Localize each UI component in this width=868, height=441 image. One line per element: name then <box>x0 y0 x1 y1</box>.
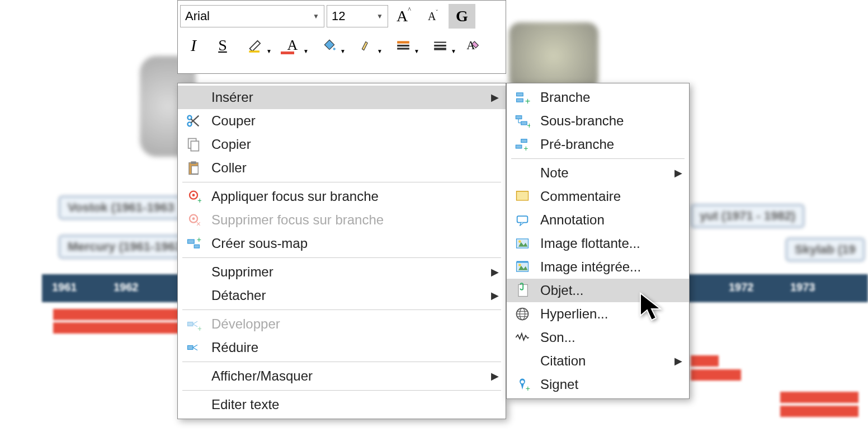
menu-item-label: Coller <box>211 160 499 176</box>
svg-rect-24 <box>188 240 195 243</box>
svg-rect-16 <box>191 161 196 164</box>
svg-rect-14 <box>191 141 199 151</box>
line-style-button[interactable]: ▼ <box>423 33 457 58</box>
context-menu-item-coller[interactable]: Coller <box>178 156 506 180</box>
menu-item-label: Appliquer focus sur branche <box>211 189 499 204</box>
formatting-toolbar: Arial ▼ 12 ▼ A^ Aˇ G I S ▼ A ▼ <box>177 0 506 74</box>
svg-rect-0 <box>249 50 260 53</box>
expand-icon: + <box>182 314 205 334</box>
branch-icon: + <box>511 87 534 107</box>
svg-text:+: + <box>525 96 530 105</box>
underline-button[interactable]: S <box>209 33 236 58</box>
font-size-value: 12 <box>332 9 345 24</box>
menu-item-label: Afficher/Masquer <box>211 368 491 384</box>
font-size-select[interactable]: 12 ▼ <box>327 5 388 27</box>
chevron-right-icon: ▶ <box>491 266 499 278</box>
clear-formatting-button[interactable]: ▼ <box>349 33 384 58</box>
submenu-item-image-int-gr-e-[interactable]: Image intégrée... <box>507 255 689 279</box>
bookmark-icon: + <box>511 374 534 395</box>
increase-font-button[interactable]: A^ <box>390 4 417 29</box>
svg-line-33 <box>193 348 197 350</box>
menu-item-label: Copier <box>211 137 499 152</box>
submenu-item-citation[interactable]: Citation▶ <box>507 349 689 373</box>
submenu-item-note[interactable]: Note▶ <box>507 161 689 185</box>
paste-icon <box>182 158 205 178</box>
submenu-item-sous-branche[interactable]: +Sous-branche <box>507 109 689 133</box>
svg-rect-45 <box>517 191 529 200</box>
context-menu-item-ins-rer[interactable]: Insérer▶ <box>178 86 506 109</box>
chevron-down-icon: ▼ <box>313 12 319 20</box>
svg-rect-35 <box>517 98 523 102</box>
submenu-item-hyperlien-[interactable]: Hyperlien... <box>507 302 689 326</box>
focus-remove-icon: × <box>182 210 205 230</box>
context-menu-item-copier[interactable]: Copier <box>178 133 506 156</box>
svg-rect-3 <box>397 45 409 46</box>
insert-submenu: +Branche+Sous-branche+Pré-brancheNote▶Co… <box>506 83 690 399</box>
svg-rect-34 <box>517 93 523 96</box>
svg-rect-53 <box>517 261 529 262</box>
image-inline-icon <box>511 257 534 277</box>
attachment-icon <box>511 280 534 301</box>
submenu-item-branche[interactable]: +Branche <box>507 86 689 109</box>
chevron-down-icon: ▼ <box>451 48 456 54</box>
menu-item-label: Citation <box>540 353 674 369</box>
submenu-item-son-[interactable]: Son... <box>507 326 689 349</box>
svg-point-1 <box>333 48 336 50</box>
svg-point-19 <box>192 194 195 196</box>
copy-icon <box>182 134 205 154</box>
menu-item-label: Editer texte <box>211 397 499 412</box>
chevron-down-icon: ▼ <box>303 48 309 54</box>
focus-apply-icon: + <box>182 186 205 207</box>
annotation-icon <box>511 210 534 230</box>
fill-color-button[interactable]: ▼ <box>312 33 347 58</box>
italic-button[interactable]: I <box>180 33 207 58</box>
bold-button[interactable]: G <box>449 4 475 29</box>
submenu-item-signet[interactable]: +Signet <box>507 373 689 396</box>
context-menu-item-supprimer-focus-sur-branche: ×Supprimer focus sur branche <box>178 208 506 232</box>
context-menu-item-d-tacher[interactable]: Détacher▶ <box>178 284 506 307</box>
font-family-select[interactable]: Arial ▼ <box>180 5 324 27</box>
context-menu-item-appliquer-focus-sur-branche[interactable]: +Appliquer focus sur branche <box>178 185 506 208</box>
svg-rect-2 <box>397 41 409 43</box>
svg-rect-37 <box>516 116 522 119</box>
context-menu-item-afficher-masquer[interactable]: Afficher/Masquer▶ <box>178 364 506 388</box>
menu-item-label: Annotation <box>540 212 682 228</box>
menu-item-label: Supprimer <box>211 264 491 280</box>
prebranch-icon: + <box>511 134 534 154</box>
menu-item-label: Sous-branche <box>540 113 682 129</box>
submenu-item-pr-branche[interactable]: +Pré-branche <box>507 133 689 156</box>
menu-item-label: Signet <box>540 377 682 392</box>
submenu-item-commentaire[interactable]: Commentaire <box>507 185 689 208</box>
context-menu-item-editer-texte[interactable]: Editer texte <box>178 393 506 416</box>
svg-rect-5 <box>434 42 446 43</box>
border-button[interactable]: ▼ <box>386 33 421 58</box>
context-menu-item-couper[interactable]: Couper <box>178 109 506 133</box>
eraser-button[interactable]: A <box>460 33 487 58</box>
font-color-button[interactable]: A ▼ <box>275 33 310 58</box>
menu-item-label: Insérer <box>211 90 491 105</box>
highlight-color-button[interactable]: ▼ <box>238 33 273 58</box>
context-menu-item-r-duire[interactable]: Réduire <box>178 336 506 359</box>
blank-icon <box>511 351 534 371</box>
svg-point-49 <box>518 240 521 243</box>
decrease-font-button[interactable]: Aˇ <box>419 4 446 29</box>
chevron-down-icon: ▼ <box>376 12 383 20</box>
submenu-separator <box>511 158 685 159</box>
svg-rect-7 <box>434 48 446 50</box>
context-menu-item-supprimer[interactable]: Supprimer▶ <box>178 260 506 284</box>
image-float-icon <box>511 233 534 254</box>
context-menu-item-cr-er-sous-map[interactable]: +Créer sous-map <box>178 232 506 255</box>
sound-icon <box>511 327 534 348</box>
svg-rect-46 <box>517 216 528 223</box>
menu-item-label: Note <box>540 165 674 181</box>
blank-icon <box>182 395 205 415</box>
svg-line-28 <box>193 321 197 324</box>
submenu-item-image-flottante-[interactable]: Image flottante... <box>507 232 689 255</box>
menu-item-label: Pré-branche <box>540 137 682 152</box>
context-menu-separator <box>182 390 501 391</box>
chevron-right-icon: ▶ <box>491 91 499 104</box>
submenu-item-objet-[interactable]: Objet... <box>507 279 689 302</box>
bg-satellite-image <box>509 22 598 90</box>
submenu-item-annotation[interactable]: Annotation <box>507 208 689 232</box>
chevron-right-icon: ▶ <box>491 289 499 302</box>
